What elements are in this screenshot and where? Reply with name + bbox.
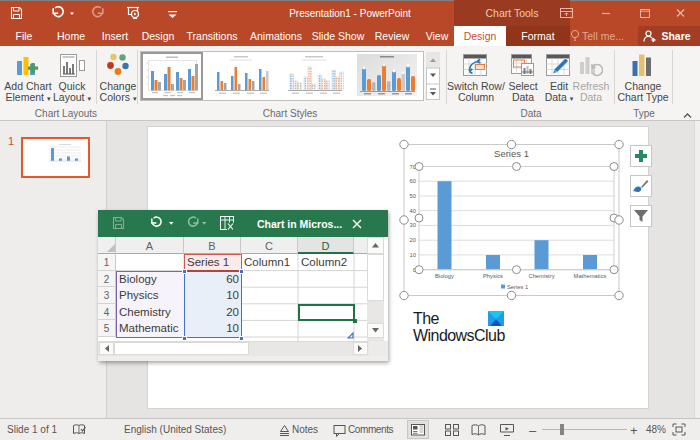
svg-text:Mathematics: Mathematics: [574, 273, 607, 279]
svg-text:Physics: Physics: [483, 273, 503, 279]
svg-text:20: 20: [410, 237, 416, 243]
svg-text:Chemistry: Chemistry: [528, 273, 554, 279]
svg-text:50: 50: [410, 193, 416, 199]
svg-text:30: 30: [410, 222, 416, 228]
svg-text:Series 1: Series 1: [507, 284, 528, 290]
svg-text:10: 10: [410, 252, 416, 258]
svg-text:Biology: Biology: [435, 273, 454, 279]
svg-text:60: 60: [410, 178, 416, 184]
svg-text:40: 40: [410, 208, 416, 214]
